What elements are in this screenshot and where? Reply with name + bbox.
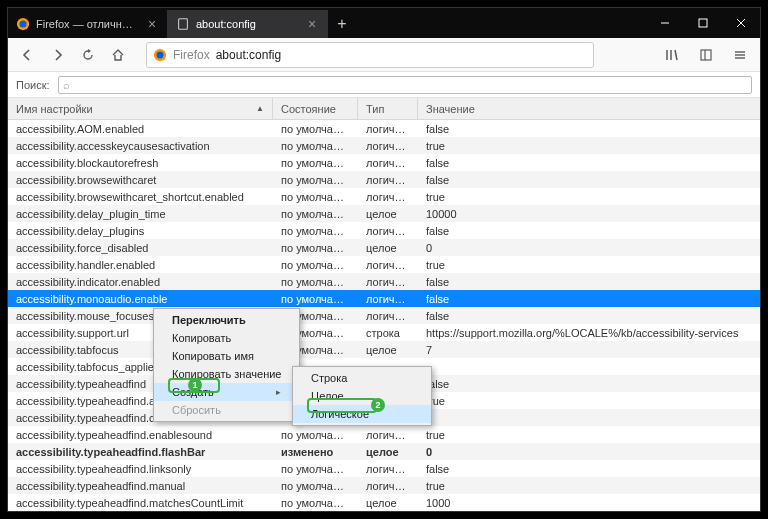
callout-num-1: 1 [188,378,202,392]
cell-value: false [418,276,760,288]
cell-name: accessibility.browsewithcaret_shortcut.e… [8,191,273,203]
cell-state: по умолчанию [273,123,358,135]
close-icon[interactable]: × [305,17,319,31]
cell-value: https://support.mozilla.org/%LOCALE%/kb/… [418,327,760,339]
table-row[interactable]: accessibility.blockautorefreshпо умолчан… [8,154,760,171]
cell-type: целое [358,344,418,356]
tab-label: Firefox — отличный браузер д [36,18,139,30]
close-button[interactable] [722,8,760,38]
cell-type: логическое [358,463,418,475]
chevron-right-icon: ▸ [276,387,281,397]
search-bar: Поиск: ⌕ [8,72,760,98]
firefox-icon [16,17,30,31]
col-state[interactable]: Состояние [273,98,358,119]
cell-value: 1000 [418,497,760,509]
sidebar-button[interactable] [694,43,718,67]
close-icon[interactable]: × [145,17,159,31]
cell-value: 0 [418,446,760,458]
menu-button[interactable] [728,43,752,67]
url-bar[interactable]: Firefox about:config [146,42,594,68]
table-row[interactable]: accessibility.AOM.enabledпо умолчаниюлог… [8,120,760,137]
column-header: Имя настройки ▲ Состояние Тип Значение [8,98,760,120]
table-row[interactable]: accessibility.typeaheadfind.linksonlyпо … [8,460,760,477]
cell-value: 7 [418,344,760,356]
table-row[interactable]: accessibility.indicator.enabledпо умолча… [8,273,760,290]
forward-button[interactable] [46,43,70,67]
new-tab-button[interactable]: + [328,10,356,38]
browser-window: Firefox — отличный браузер д × about:con… [7,7,761,512]
cell-name: accessibility.typeaheadfind.manual [8,480,273,492]
ctx-subitem[interactable]: Логическое [293,405,431,423]
callout-num-2: 2 [371,398,385,412]
ctx-item[interactable]: Копировать имя [154,347,299,365]
cell-value: 0 [418,412,760,424]
cell-state: по умолчанию [273,225,358,237]
tab-aboutconfig[interactable]: about:config × [168,10,328,38]
cell-state: по умолчанию [273,191,358,203]
ctx-item[interactable]: Копировать значение [154,365,299,383]
library-button[interactable] [660,43,684,67]
cell-type: логическое [358,157,418,169]
context-submenu: СтрокаЦелоеЛогическое [292,366,432,426]
tabs-strip: Firefox — отличный браузер д × about:con… [8,8,646,38]
table-row[interactable]: accessibility.handler.enabledпо умолчани… [8,256,760,273]
table-row[interactable]: accessibility.typeaheadfind.matchesCount… [8,494,760,511]
table-row[interactable]: accessibility.browsewithcaretпо умолчани… [8,171,760,188]
tab-label: about:config [196,18,299,30]
toolbar-right [660,43,752,67]
table-row[interactable]: accessibility.support.urlпо умолчаниюстр… [8,324,760,341]
home-button[interactable] [106,43,130,67]
table-row[interactable]: accessibility.force_disabledпо умолчанию… [8,239,760,256]
cell-type: логическое [358,276,418,288]
ctx-item[interactable]: Создать▸ [154,383,299,401]
cell-name: accessibility.indicator.enabled [8,276,273,288]
table-row[interactable]: accessibility.typeaheadfind.enablesoundп… [8,426,760,443]
cell-name: accessibility.delay_plugin_time [8,208,273,220]
col-name[interactable]: Имя настройки ▲ [8,98,273,119]
cell-value: false [418,463,760,475]
svg-point-1 [20,21,27,28]
cell-type: строка [358,327,418,339]
svg-rect-4 [699,19,707,27]
cell-state: по умолчанию [273,480,358,492]
table-row[interactable]: accessibility.delay_plugin_timeпо умолча… [8,205,760,222]
cell-value: false [418,174,760,186]
table-row[interactable]: accessibility.browsewithcaret_shortcut.e… [8,188,760,205]
ctx-item[interactable]: Копировать [154,329,299,347]
ctx-subitem[interactable]: Целое [293,387,431,405]
cell-type: логическое [358,310,418,322]
svg-rect-12 [701,50,711,60]
cell-value: 10000 [418,208,760,220]
maximize-button[interactable] [684,8,722,38]
search-input[interactable]: ⌕ [58,76,752,94]
col-type[interactable]: Тип [358,98,418,119]
table-row[interactable]: accessibility.typeaheadfind.flashBarизме… [8,443,760,460]
cell-state: по умолчанию [273,293,358,305]
reload-button[interactable] [76,43,100,67]
cell-type: целое [358,242,418,254]
url-path: about:config [216,48,281,62]
table-row[interactable]: accessibility.accesskeycausesactivationп… [8,137,760,154]
minimize-button[interactable] [646,8,684,38]
cell-name: accessibility.typeaheadfind.enablesound [8,429,273,441]
ctx-item[interactable]: Переключить [154,311,299,329]
cell-name: accessibility.force_disabled [8,242,273,254]
table-row[interactable]: accessibility.tabfocusпо умолчаниюцелое7 [8,341,760,358]
back-button[interactable] [16,43,40,67]
cell-type: логическое [358,191,418,203]
titlebar: Firefox — отличный браузер д × about:con… [8,8,760,38]
svg-point-8 [157,51,164,58]
table-row[interactable]: accessibility.monoaudio.enableпо умолчан… [8,290,760,307]
tab-firefox[interactable]: Firefox — отличный браузер д × [8,10,168,38]
cell-name: accessibility.blockautorefresh [8,157,273,169]
table-row[interactable]: accessibility.typeaheadfind.manualпо умо… [8,477,760,494]
table-row[interactable]: accessibility.mouse_focuses_formcпо умол… [8,307,760,324]
ctx-subitem[interactable]: Строка [293,369,431,387]
table-row[interactable]: accessibility.delay_pluginsпо умолчаниюл… [8,222,760,239]
col-value[interactable]: Значение [418,98,760,119]
cell-state: по умолчанию [273,174,358,186]
cell-type: логическое [358,123,418,135]
cell-state: по умолчанию [273,208,358,220]
cell-name: accessibility.AOM.enabled [8,123,273,135]
config-table: accessibility.AOM.enabledпо умолчаниюлог… [8,120,760,511]
